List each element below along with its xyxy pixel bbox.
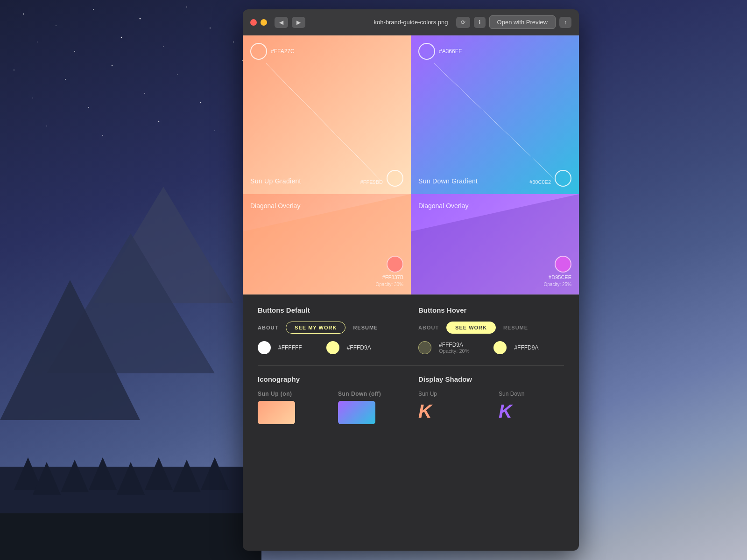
default-see-my-work-button[interactable]: SEE MY WORK bbox=[286, 322, 345, 334]
diag-warm-label: Diagonal Overlay bbox=[250, 202, 300, 210]
svg-point-20 bbox=[46, 126, 47, 126]
svg-point-0 bbox=[23, 14, 24, 14]
svg-point-9 bbox=[163, 46, 164, 47]
diag-cool-hex: #D95CEE bbox=[549, 274, 571, 280]
diag-cool-circle bbox=[555, 256, 571, 273]
sun-down-top-circle bbox=[418, 43, 435, 60]
sun-up-icon-col: Sun Up (on) bbox=[258, 391, 323, 424]
shadow-columns: Sun Up K Sun Down K bbox=[418, 391, 564, 422]
sun-up-top-circle bbox=[250, 43, 267, 60]
display-shadow-section: Display Shadow Sun Up K Sun Down K bbox=[418, 375, 564, 424]
sun-up-bottom-circle bbox=[387, 170, 403, 187]
shadow-sun-up-col: Sun Up K bbox=[418, 391, 484, 422]
white-swatch bbox=[258, 341, 271, 354]
sun-up-bottom-hex: #FFE9BD bbox=[360, 179, 383, 185]
rotate-icon: ⟳ bbox=[461, 19, 465, 26]
hover-about-link[interactable]: ABOUT bbox=[418, 325, 439, 330]
svg-point-16 bbox=[32, 98, 33, 98]
sun-up-label: Sun Up Gradient bbox=[250, 177, 301, 185]
sun-up-on-label: Sun Up (on) bbox=[258, 391, 323, 397]
display-shadow-title: Display Shadow bbox=[418, 375, 564, 383]
icon-shadow-row: Iconography Sun Up (on) Sun Down (off) D… bbox=[258, 375, 564, 424]
default-about-link[interactable]: ABOUT bbox=[258, 325, 278, 330]
hover-swatch-row: #FFFD9A Opacity: 20% #FFFD9A bbox=[418, 341, 564, 354]
mountain-silhouette bbox=[0, 140, 261, 560]
sun-up-icon-swatch bbox=[258, 401, 295, 424]
toolbar-left-button[interactable]: ◀ bbox=[275, 17, 288, 28]
iconography-title: Iconography bbox=[258, 375, 403, 383]
svg-point-14 bbox=[177, 74, 178, 75]
diag-warm-bottom: #FF837B Opacity: 30% bbox=[376, 256, 403, 287]
icon-columns: Sun Up (on) Sun Down (off) bbox=[258, 391, 403, 424]
yellow-swatch-default bbox=[326, 341, 339, 354]
diag-cool-bottom: #D95CEE Opacity: 25% bbox=[544, 256, 571, 287]
svg-point-2 bbox=[93, 9, 94, 10]
sun-down-label: Sun Down Gradient bbox=[418, 177, 478, 185]
sun-down-top-hex: #A366FF bbox=[439, 48, 462, 55]
svg-point-3 bbox=[140, 18, 141, 20]
svg-point-1 bbox=[56, 25, 56, 26]
diag-overlay-warm-panel: Diagonal Overlay #FF837B Opacity: 30% bbox=[243, 194, 411, 294]
sun-down-icon-col: Sun Down (off) bbox=[338, 391, 403, 424]
svg-point-17 bbox=[88, 107, 89, 108]
k-icon-warm: K bbox=[418, 401, 484, 422]
sun-down-bottom-hex: #30C0E2 bbox=[529, 179, 551, 185]
open-preview-button[interactable]: Open with Preview bbox=[489, 15, 556, 29]
rotate-button[interactable]: ⟳ bbox=[456, 17, 470, 28]
hover-resume-link[interactable]: RESUME bbox=[503, 325, 528, 330]
default-swatch-row: #FFFFFF #FFFD9A bbox=[258, 341, 403, 354]
buttons-row: Buttons Default ABOUT SEE MY WORK RESUME… bbox=[258, 306, 564, 354]
svg-point-12 bbox=[65, 79, 66, 80]
svg-point-8 bbox=[121, 37, 122, 38]
hover-see-work-button[interactable]: SEE WORK bbox=[446, 322, 496, 334]
yellow-hex-default: #FFFD9A bbox=[347, 344, 371, 351]
color-grid: #FFA27C Sun Up Gradient #FFE9BD #A366FF bbox=[243, 35, 579, 294]
diag-warm-hex: #FF837B bbox=[382, 274, 403, 280]
close-button[interactable] bbox=[250, 19, 257, 26]
right-arrow-icon: ▶ bbox=[296, 19, 301, 26]
svg-rect-36 bbox=[0, 513, 261, 560]
white-hex: #FFFFFF bbox=[278, 344, 302, 351]
buttons-hover-section: Buttons Hover ABOUT SEE WORK RESUME #FFF… bbox=[418, 306, 564, 354]
sun-up-bottom bbox=[387, 170, 403, 187]
hover-white-opacity: Opacity: 20% bbox=[439, 348, 469, 354]
shadow-sun-up-label: Sun Up bbox=[418, 391, 484, 397]
info-icon: ℹ bbox=[479, 19, 481, 26]
info-button[interactable]: ℹ bbox=[474, 17, 486, 28]
title-bar: ◀ ▶ koh-brand-guide-colors.png ⟳ ℹ Open … bbox=[243, 9, 579, 35]
section-divider bbox=[258, 365, 564, 366]
minimize-button[interactable] bbox=[261, 19, 267, 26]
yellow-swatch-hover bbox=[493, 341, 507, 354]
svg-line-37 bbox=[266, 63, 381, 180]
white-opacity-label-group: #FFFD9A Opacity: 20% bbox=[439, 342, 469, 354]
share-button[interactable]: ↑ bbox=[559, 17, 571, 28]
sun-up-top-hex: #FFA27C bbox=[271, 48, 295, 55]
svg-point-23 bbox=[214, 130, 215, 131]
default-resume-link[interactable]: RESUME bbox=[353, 325, 378, 330]
share-icon: ↑ bbox=[564, 19, 567, 26]
buttons-hover-nav: ABOUT SEE WORK RESUME bbox=[418, 322, 564, 334]
sun-up-top-color: #FFA27C bbox=[250, 43, 403, 60]
window-title: koh-brand-guide-colors.png bbox=[374, 19, 448, 26]
svg-point-10 bbox=[233, 42, 234, 42]
sun-up-panel: #FFA27C Sun Up Gradient #FFE9BD bbox=[243, 35, 411, 194]
svg-point-7 bbox=[74, 51, 75, 52]
diag-cool-opacity: Opacity: 25% bbox=[544, 282, 571, 287]
sun-down-off-label: Sun Down (off) bbox=[338, 391, 403, 397]
hover-white-hex: #FFFD9A bbox=[439, 342, 469, 348]
svg-point-13 bbox=[112, 65, 113, 66]
svg-line-38 bbox=[434, 63, 556, 180]
sun-down-icon-swatch bbox=[338, 401, 375, 424]
k-icon-cool: K bbox=[499, 401, 564, 422]
svg-point-22 bbox=[158, 121, 160, 122]
shadow-sun-down-label: Sun Down bbox=[499, 391, 564, 397]
buttons-default-section: Buttons Default ABOUT SEE MY WORK RESUME… bbox=[258, 306, 403, 354]
toolbar-right-button[interactable]: ▶ bbox=[292, 17, 305, 28]
white-opacity-swatch bbox=[418, 341, 431, 354]
svg-point-5 bbox=[210, 28, 211, 28]
svg-point-19 bbox=[200, 102, 201, 103]
sun-down-bottom-circle bbox=[555, 170, 571, 187]
svg-point-6 bbox=[37, 42, 37, 42]
yellow-hex-hover: #FFFD9A bbox=[514, 344, 538, 351]
buttons-default-nav: ABOUT SEE MY WORK RESUME bbox=[258, 322, 403, 334]
